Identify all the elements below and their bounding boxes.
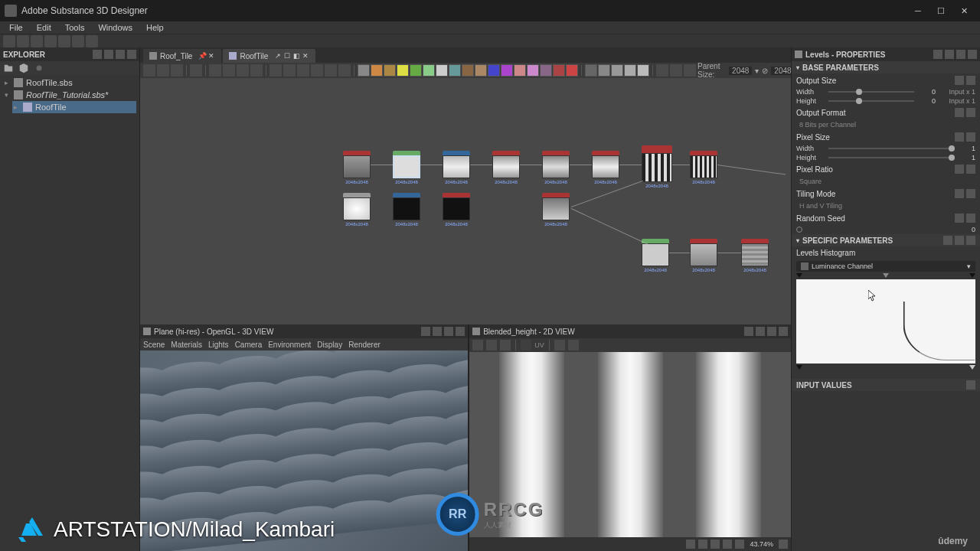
- toolbar-save-icon[interactable]: [44, 35, 57, 47]
- pin-icon[interactable]: [93, 50, 102, 59]
- gray-swatch[interactable]: [624, 64, 636, 77]
- section-specific-parameters[interactable]: ▾ SPECIFIC PARAMETERS: [792, 234, 980, 246]
- color-swatch[interactable]: [397, 64, 409, 77]
- color-swatch[interactable]: [462, 64, 474, 77]
- menu-icon[interactable]: [966, 236, 975, 245]
- pin-icon[interactable]: [421, 327, 430, 336]
- mode2-icon[interactable]: [670, 64, 682, 77]
- mode-icon[interactable]: [656, 64, 668, 77]
- link-icon[interactable]: [955, 214, 964, 223]
- color-swatch[interactable]: [436, 64, 448, 77]
- output-format-value[interactable]: 8 Bits per Channel: [792, 119, 980, 130]
- move-icon[interactable]: [157, 64, 169, 77]
- menu-icon[interactable]: [966, 108, 975, 117]
- snapshot-icon[interactable]: [171, 64, 183, 77]
- menu-display[interactable]: Display: [317, 341, 342, 349]
- toolbar-redo-icon[interactable]: [86, 35, 98, 47]
- chevron-right-icon[interactable]: ▸: [14, 103, 20, 111]
- width-slider[interactable]: [828, 91, 914, 93]
- output-white-slider[interactable]: [969, 365, 975, 370]
- menu-environment[interactable]: Environment: [268, 341, 311, 349]
- tree-item-tutorial-sbs[interactable]: ▾ RoofTile_Tutorial.sbs*: [3, 89, 136, 101]
- zoom-icon[interactable]: [209, 64, 221, 77]
- color-swatch[interactable]: [566, 64, 578, 77]
- menu-camera[interactable]: Camera: [235, 341, 263, 349]
- pin-icon[interactable]: [933, 50, 942, 59]
- section-base-parameters[interactable]: ▾ BASE PARAMETERS: [792, 61, 980, 73]
- toolbar-saveall-icon[interactable]: [58, 35, 70, 47]
- tab-float-icon[interactable]: ◧: [292, 52, 300, 60]
- color-swatch[interactable]: [514, 64, 526, 77]
- menu-icon[interactable]: [966, 132, 975, 142]
- gray-swatch[interactable]: [585, 64, 597, 77]
- mode3-icon[interactable]: [684, 64, 696, 77]
- output-black-slider[interactable]: [796, 365, 802, 370]
- height-value[interactable]: 0: [920, 97, 936, 105]
- menu-scene[interactable]: Scene: [143, 341, 165, 349]
- maximize-icon[interactable]: [767, 327, 776, 336]
- channel-icon[interactable]: [698, 540, 707, 549]
- edit-icon[interactable]: [943, 236, 952, 245]
- color-swatch[interactable]: [423, 64, 435, 77]
- gray-swatch[interactable]: [598, 64, 610, 77]
- folder-icon[interactable]: [3, 63, 14, 73]
- link-icon[interactable]: [283, 64, 296, 77]
- gear-icon[interactable]: [966, 380, 975, 390]
- maximize-icon[interactable]: [444, 327, 453, 336]
- height-slider[interactable]: [828, 100, 914, 102]
- menu-edit[interactable]: Edit: [31, 23, 57, 32]
- random-seed-value[interactable]: 0: [960, 226, 975, 233]
- toolbar-new-icon[interactable]: [3, 35, 15, 47]
- width-value[interactable]: 0: [920, 88, 936, 96]
- dropdown-icon[interactable]: [104, 50, 113, 59]
- comment-icon[interactable]: [325, 64, 337, 77]
- levels-histogram[interactable]: [796, 279, 975, 364]
- menu-icon[interactable]: [966, 76, 975, 85]
- toolbar-undo-icon[interactable]: [72, 35, 84, 47]
- open-icon[interactable]: [472, 340, 483, 350]
- frame-icon[interactable]: [311, 64, 323, 77]
- channel-dropdown[interactable]: Luminance Channel ▾: [796, 261, 975, 272]
- list-icon[interactable]: [955, 236, 964, 245]
- graph-canvas[interactable]: 2048x2048 2048x2048 2048x2048 2048x2048 …: [140, 78, 791, 324]
- toolbar-refresh-icon[interactable]: [31, 35, 43, 47]
- tab-close-icon[interactable]: ✕: [207, 52, 215, 60]
- input-white-slider[interactable]: [969, 273, 975, 278]
- save-icon[interactable]: [486, 340, 497, 350]
- menu-file[interactable]: File: [3, 23, 29, 32]
- close-button[interactable]: ✕: [952, 0, 975, 21]
- color-swatch[interactable]: [501, 64, 513, 77]
- tree-item-rooftile-graph[interactable]: ▸ RoofTile: [12, 101, 136, 113]
- color-swatch[interactable]: [475, 64, 487, 77]
- fit-icon[interactable]: [223, 64, 235, 77]
- section-input-values[interactable]: INPUT VALUES: [792, 379, 980, 391]
- curve-icon[interactable]: [297, 64, 309, 77]
- tab-restore-icon[interactable]: ☐: [283, 52, 291, 60]
- color-swatch[interactable]: [384, 64, 396, 77]
- cube-icon[interactable]: [18, 63, 29, 73]
- tab-pin-icon[interactable]: 📌: [198, 52, 206, 60]
- link-icon[interactable]: [955, 76, 964, 85]
- tab-maximize-icon[interactable]: ↗: [274, 52, 282, 60]
- link-icon[interactable]: [955, 132, 964, 142]
- px-height-value[interactable]: 1: [960, 154, 975, 161]
- minimize-button[interactable]: ─: [906, 0, 929, 21]
- menu-help[interactable]: Help: [140, 23, 170, 32]
- tiling-mode-value[interactable]: H and V Tiling: [792, 201, 980, 211]
- tab-roof-tile[interactable]: Roof_Tile 📌 ✕: [143, 49, 221, 63]
- gray-swatch[interactable]: [637, 64, 649, 77]
- link-icon[interactable]: ⊘: [762, 67, 768, 75]
- fit-icon[interactable]: [710, 540, 720, 549]
- copy-icon[interactable]: [500, 340, 511, 350]
- menu-windows[interactable]: Windows: [92, 23, 139, 32]
- chain-icon[interactable]: [34, 63, 44, 73]
- gray-swatch[interactable]: [611, 64, 623, 77]
- color-swatch[interactable]: [540, 64, 552, 77]
- color-swatch[interactable]: [410, 64, 422, 77]
- maximize-icon[interactable]: [956, 50, 965, 59]
- info-icon[interactable]: [190, 64, 202, 77]
- random-seed-radio[interactable]: [796, 227, 802, 233]
- select-icon[interactable]: [143, 64, 155, 77]
- arrow-icon[interactable]: [270, 64, 282, 77]
- toolbar-open-icon[interactable]: [17, 35, 29, 47]
